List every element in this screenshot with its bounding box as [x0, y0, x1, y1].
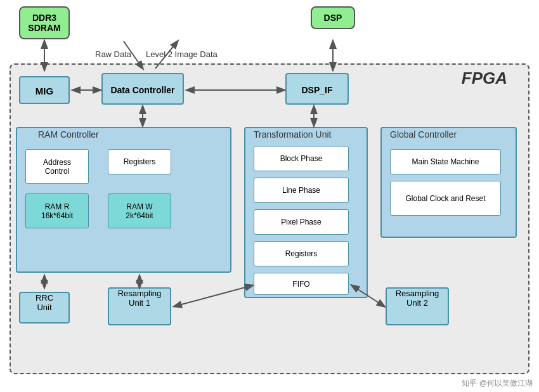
- fpga-label: FPGA: [462, 69, 507, 88]
- data-controller-block: Data Controller: [101, 73, 184, 105]
- dsp-chip: DSP: [311, 6, 355, 29]
- raw-data-label: Raw Data: [95, 49, 131, 59]
- global-clock-reset-block: Global Clock and Reset: [390, 181, 501, 216]
- block-phase-block: Block Phase: [254, 146, 349, 171]
- ram-r-block: RAM R 16k*64bit: [25, 193, 89, 228]
- diagram-container: FPGA DDR3SDRAM DSP Raw Data Level 2 Imag…: [0, 0, 539, 392]
- address-control-block: Address Control: [25, 149, 89, 184]
- global-controller-label: Global Controller: [390, 129, 457, 140]
- resampling1-block: Resampling Unit 1: [108, 287, 171, 325]
- level2-label: Level 2 Image Data: [146, 49, 218, 59]
- ram-controller-label: RAM Controller: [38, 129, 99, 140]
- registers-transform-block: Registers: [254, 241, 349, 266]
- fifo-block: FIFO: [254, 273, 349, 295]
- rrc-unit-block: RRC Unit: [19, 292, 70, 323]
- dsp-if-block: DSP_IF: [285, 73, 349, 105]
- watermark: 知乎 @何以笑傲江湖: [462, 378, 533, 389]
- mig-block: MIG: [19, 76, 70, 104]
- ddr3-chip: DDR3SDRAM: [19, 6, 70, 39]
- main-state-machine-block: Main State Machine: [390, 149, 501, 174]
- ram-w-block: RAM W 2k*64bit: [108, 193, 171, 228]
- registers-ram-block: Registers: [108, 149, 171, 174]
- pixel-phase-block: Pixel Phase: [254, 209, 349, 235]
- resampling2-block: Resampling Unit 2: [386, 287, 449, 325]
- line-phase-block: Line Phase: [254, 178, 349, 203]
- transform-label: Transformation Unit: [254, 129, 331, 140]
